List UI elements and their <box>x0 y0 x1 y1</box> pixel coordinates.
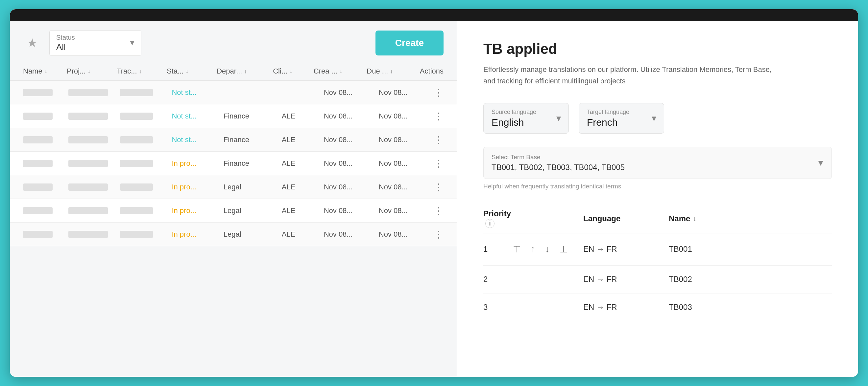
sort-arrow-proj[interactable]: ↓ <box>88 68 91 75</box>
term-base-hint: Helpful when frequently translating iden… <box>483 183 832 190</box>
priority-up-button[interactable]: ↑ <box>529 243 537 256</box>
table-row: In pro... Finance ALE Nov 08... Nov 08..… <box>10 152 457 175</box>
status-dropdown[interactable]: Status All ▼ <box>49 30 142 56</box>
cell-dept: Legal <box>224 183 282 191</box>
cell-status: In pro... <box>172 183 223 191</box>
cell-proj <box>68 160 120 167</box>
cell-created: Nov 08... <box>324 206 379 215</box>
source-language-arrow-icon: ▼ <box>555 114 563 123</box>
tb-lang: EN → FR <box>583 265 669 293</box>
term-base-arrow-icon: ▼ <box>816 158 825 168</box>
term-base-value: TB001, TB002, TB003, TB004, TB005 <box>492 163 824 172</box>
cell-due: Nov 08... <box>379 136 434 144</box>
tb-table-row: 1 ⊤ ↑ ↓ ⊥ EN → FR TB001 <box>483 233 832 266</box>
create-button[interactable]: Create <box>375 31 443 56</box>
sort-arrow-crea[interactable]: ↓ <box>339 68 342 75</box>
cell-name <box>23 207 68 214</box>
sort-arrow-due[interactable]: ↓ <box>390 68 393 75</box>
right-panel: TB applied Effortlessly manage translati… <box>457 9 858 377</box>
top-bar <box>10 9 858 21</box>
cell-created: Nov 08... <box>324 112 379 120</box>
sort-arrow-name-icon: ↓ <box>693 215 696 222</box>
cell-due: Nov 08... <box>379 88 434 97</box>
target-language-arrow-icon: ▼ <box>650 114 658 123</box>
cell-cli: ALE <box>282 112 324 120</box>
cell-name <box>23 89 68 96</box>
cell-created: Nov 08... <box>324 183 379 191</box>
tb-name: TB002 <box>669 265 832 293</box>
tb-table-row: 3 EN → FR TB003 <box>483 293 832 321</box>
priority-down-button[interactable]: ↓ <box>543 243 552 256</box>
cell-cli: ALE <box>282 183 324 191</box>
cell-cli: ALE <box>282 159 324 168</box>
col-header-dep: Depar... ↓ <box>217 67 273 75</box>
tb-table-row: 2 EN → FR TB002 <box>483 265 832 293</box>
status-arrow-icon: ▼ <box>129 39 136 47</box>
cell-trac <box>120 160 172 167</box>
sort-arrow-name[interactable]: ↓ <box>44 68 48 75</box>
target-language-select[interactable]: Target language French ▼ <box>579 103 664 134</box>
cell-trac <box>120 207 172 214</box>
sort-arrow-trac[interactable]: ↓ <box>139 68 142 75</box>
table-body: Not st... Nov 08... Nov 08... ⋮ Not st..… <box>10 81 457 377</box>
cell-actions-menu[interactable]: ⋮ <box>434 134 443 145</box>
priority-top-button[interactable]: ⊤ <box>511 243 523 256</box>
source-language-label: Source language <box>492 109 561 115</box>
tb-controls-cell <box>511 293 583 321</box>
term-base-section[interactable]: Select Term Base TB001, TB002, TB003, TB… <box>483 147 832 179</box>
cell-actions-menu[interactable]: ⋮ <box>434 205 443 216</box>
sort-arrow-sta[interactable]: ↓ <box>185 68 188 75</box>
cell-name <box>23 183 68 191</box>
cell-name <box>23 231 68 238</box>
tb-controls-cell <box>511 265 583 293</box>
table-row: Not st... Finance ALE Nov 08... Nov 08..… <box>10 128 457 152</box>
cell-dept: Finance <box>224 112 282 120</box>
tb-table: Priority i Language Name ↓ <box>483 205 832 321</box>
cell-dept: Finance <box>224 136 282 144</box>
col-header-due: Due ... ↓ <box>367 67 420 75</box>
cell-cli: ALE <box>282 136 324 144</box>
cell-dept: Legal <box>224 206 282 215</box>
language-row: Source language English ▼ Target languag… <box>483 103 832 134</box>
th-controls-spacer <box>511 205 583 233</box>
sort-arrow-cli[interactable]: ↓ <box>289 68 292 75</box>
col-header-proj: Proj... ↓ <box>67 67 117 75</box>
tb-table-header-row: Priority i Language Name ↓ <box>483 205 832 233</box>
tb-priority-num: 3 <box>483 293 511 321</box>
cell-actions-menu[interactable]: ⋮ <box>434 229 443 240</box>
tb-name: TB001 <box>669 233 832 266</box>
col-header-name: Name ↓ <box>23 67 67 75</box>
cell-name <box>23 113 68 120</box>
priority-bottom-button[interactable]: ⊥ <box>558 243 569 256</box>
cell-status: In pro... <box>172 206 223 215</box>
tb-priority-num: 1 <box>483 233 511 266</box>
cell-actions-menu[interactable]: ⋮ <box>434 157 443 169</box>
cell-due: Nov 08... <box>379 230 434 239</box>
cell-created: Nov 08... <box>324 88 379 97</box>
table-row: Not st... Finance ALE Nov 08... Nov 08..… <box>10 104 457 128</box>
cell-due: Nov 08... <box>379 159 434 168</box>
cell-actions-menu[interactable]: ⋮ <box>434 181 443 193</box>
table-row: In pro... Legal ALE Nov 08... Nov 08... … <box>10 175 457 199</box>
priority-info-icon[interactable]: i <box>485 219 495 228</box>
cell-status: Not st... <box>172 88 223 97</box>
term-base-label: Select Term Base <box>492 153 824 161</box>
star-button[interactable]: ★ <box>23 34 41 52</box>
col-header-sta: Sta... ↓ <box>167 67 217 75</box>
col-header-trac: Trac... ↓ <box>117 67 167 75</box>
cell-actions-menu[interactable]: ⋮ <box>434 110 443 122</box>
cell-cli: ALE <box>282 230 324 239</box>
cell-due: Nov 08... <box>379 183 434 191</box>
status-label: Status <box>56 34 134 41</box>
cell-status: In pro... <box>172 159 223 168</box>
cell-name <box>23 136 68 143</box>
cell-actions-menu[interactable]: ⋮ <box>434 86 443 98</box>
target-language-label: Target language <box>587 109 656 115</box>
cell-dept: Legal <box>224 230 282 239</box>
tb-lang: EN → FR <box>583 293 669 321</box>
table-row: In pro... Legal ALE Nov 08... Nov 08... … <box>10 222 457 246</box>
source-language-select[interactable]: Source language English ▼ <box>483 103 569 134</box>
sort-arrow-dep[interactable]: ↓ <box>244 68 247 75</box>
left-toolbar: ★ Status All ▼ Create <box>10 21 457 62</box>
cell-created: Nov 08... <box>324 159 379 168</box>
